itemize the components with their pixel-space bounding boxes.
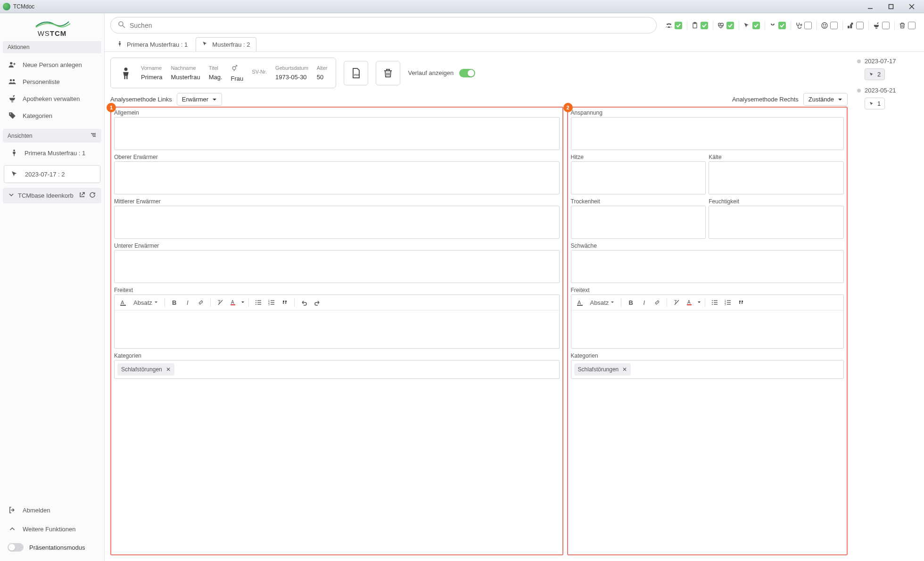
text-color-icon[interactable]: A — [228, 297, 239, 308]
quote-icon[interactable] — [735, 297, 747, 308]
anspannung-textarea[interactable] — [571, 117, 844, 150]
sidebar-item-label: Kategorien — [23, 112, 52, 119]
timeline-entry-1[interactable]: 2 — [865, 68, 885, 80]
clear-format-icon[interactable]: T — [214, 297, 226, 308]
svg-rect-47 — [271, 304, 274, 304]
kategorien-box-right[interactable]: Schlafstörungen ✕ — [571, 360, 844, 379]
svg-rect-23 — [848, 25, 850, 28]
analyse-left-dropdown[interactable]: Erwärmer — [177, 93, 222, 106]
ul-icon[interactable] — [253, 297, 264, 308]
italic-icon[interactable]: I — [638, 297, 650, 308]
clipboard-icon[interactable] — [690, 21, 700, 30]
external-link-icon[interactable] — [79, 192, 85, 200]
heart-pulse-icon[interactable] — [716, 21, 726, 30]
chevron-down-icon[interactable] — [241, 301, 245, 304]
checkbox-unchecked[interactable] — [882, 22, 890, 29]
sidebar-item-personenliste[interactable]: Personenliste — [0, 73, 104, 90]
bold-icon[interactable]: B — [625, 297, 636, 308]
window-close-button[interactable] — [902, 1, 921, 12]
feuchtigkeit-textarea[interactable] — [709, 206, 844, 239]
timeline-entry-2[interactable]: 1 — [865, 98, 885, 109]
sidebar-item-kategorien[interactable]: Kategorien — [0, 107, 104, 124]
paragraph-dropdown[interactable]: Absatz — [587, 298, 618, 307]
checkbox-unchecked[interactable] — [830, 22, 838, 29]
svg-point-19 — [800, 24, 802, 25]
italic-icon[interactable]: I — [182, 297, 193, 308]
ideenkorb-section[interactable]: TCMbase Ideenkorb — [3, 188, 101, 203]
refresh-icon[interactable] — [89, 192, 96, 200]
quote-icon[interactable] — [279, 297, 290, 308]
tab-person-1[interactable]: Primera Musterfrau : 1 — [110, 37, 194, 51]
checkbox-unchecked[interactable] — [856, 22, 864, 29]
abmelden-button[interactable]: Abmelden — [0, 501, 104, 519]
trash-icon[interactable] — [898, 21, 907, 30]
tab-person-2[interactable]: Musterfrau : 2 — [196, 37, 256, 51]
mittlerer-erwaermer-textarea[interactable] — [114, 206, 560, 239]
svg-point-4 — [10, 62, 12, 64]
blocks-icon[interactable] — [846, 21, 855, 30]
chip-remove-icon[interactable]: ✕ — [166, 366, 171, 373]
ol-icon[interactable]: 123 — [722, 297, 734, 308]
tags-icon — [8, 111, 17, 120]
kategorien-box-left[interactable]: Schlafstörungen ✕ — [114, 360, 560, 379]
chevron-down-icon — [838, 97, 842, 102]
delete-button[interactable] — [376, 61, 400, 85]
analyse-right-dropdown[interactable]: Zustände — [803, 93, 848, 106]
unterer-erwaermer-textarea[interactable] — [114, 250, 560, 283]
text-color-icon[interactable]: A — [117, 297, 129, 308]
stethoscope-icon[interactable] — [794, 21, 803, 30]
sidebar-item-neue-person[interactable]: Neue Person anlegen — [0, 56, 104, 73]
allgemein-textarea[interactable] — [114, 117, 560, 150]
hitze-textarea[interactable] — [571, 161, 706, 194]
svg-rect-43 — [271, 300, 274, 301]
checkbox-unchecked[interactable] — [908, 22, 916, 29]
pdf-export-button[interactable]: PDF — [344, 61, 368, 85]
analyse-right-label: Analysemethode Rechts — [732, 96, 799, 103]
bold-icon[interactable]: B — [169, 297, 180, 308]
checkbox-checked[interactable] — [752, 22, 760, 29]
checkbox-checked[interactable] — [701, 22, 708, 29]
text-color-icon[interactable]: A — [684, 297, 695, 308]
redo-icon[interactable] — [312, 297, 323, 308]
ansicht-item-person[interactable]: Primera Musterfrau : 1 — [4, 144, 100, 161]
verlauf-toggle[interactable] — [459, 69, 475, 77]
freitext-body-left[interactable] — [115, 310, 559, 348]
ul-icon[interactable] — [709, 297, 720, 308]
svg-point-36 — [256, 300, 256, 301]
praesentationsmodus-toggle[interactable] — [8, 543, 24, 552]
kaelte-textarea[interactable] — [709, 161, 844, 194]
menu-icon[interactable] — [90, 132, 97, 140]
sidebar-item-apotheken[interactable]: Apotheken verwalten — [0, 90, 104, 107]
undo-icon[interactable] — [298, 297, 310, 308]
checkbox-unchecked[interactable] — [804, 22, 812, 29]
freitext-body-right[interactable] — [571, 310, 843, 348]
text-color-icon[interactable]: A — [574, 297, 586, 308]
checkbox-checked[interactable] — [778, 22, 786, 29]
window-minimize-button[interactable] — [861, 1, 880, 12]
ansicht-item-date[interactable]: 2023-07-17 : 2 — [4, 165, 100, 183]
people-icon[interactable] — [664, 21, 674, 30]
ol-icon[interactable]: 123 — [266, 297, 277, 308]
clear-format-icon[interactable]: T — [671, 297, 682, 308]
svg-point-16 — [668, 23, 669, 25]
link-icon[interactable] — [652, 297, 663, 308]
search-input-wrapper[interactable] — [110, 17, 657, 33]
chevron-down-icon[interactable] — [697, 301, 701, 304]
chevron-down-icon — [8, 192, 14, 199]
cursor-click-icon[interactable] — [742, 21, 751, 30]
trockenheit-textarea[interactable] — [571, 206, 706, 239]
checkbox-checked[interactable] — [726, 22, 734, 29]
weitere-funktionen-button[interactable]: Weitere Funktionen — [0, 519, 104, 538]
oberer-erwaermer-textarea[interactable] — [114, 161, 560, 194]
cursor-click-icon — [10, 169, 19, 179]
window-maximize-button[interactable] — [882, 1, 900, 12]
search-input[interactable] — [130, 22, 650, 29]
face-icon[interactable] — [820, 21, 829, 30]
link-icon[interactable] — [195, 297, 206, 308]
paragraph-dropdown[interactable]: Absatz — [131, 298, 161, 307]
plant-icon[interactable] — [768, 21, 777, 30]
checkbox-checked[interactable] — [675, 22, 682, 29]
schwaeche-textarea[interactable] — [571, 250, 844, 283]
chip-remove-icon[interactable]: ✕ — [622, 366, 627, 373]
mortar-icon[interactable] — [872, 21, 881, 30]
